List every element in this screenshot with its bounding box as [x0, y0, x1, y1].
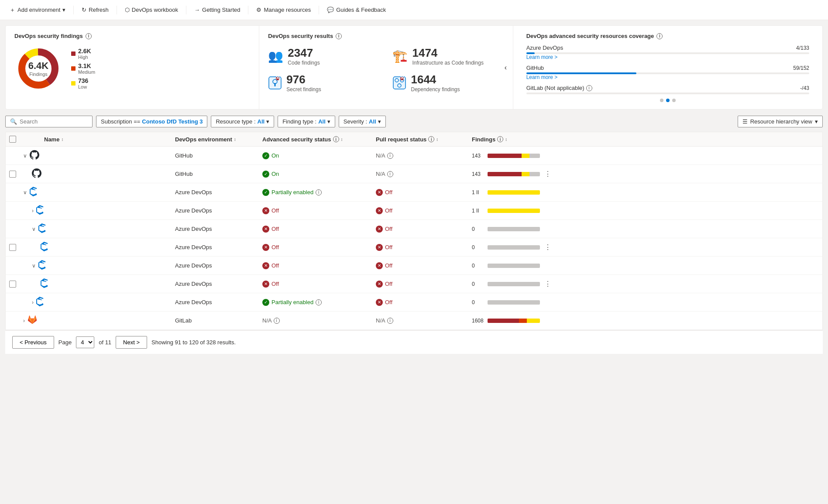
off-status-icon: ✕ — [262, 226, 269, 233]
pr-off-icon: ✕ — [376, 262, 383, 269]
td-pr: ✕Off — [372, 226, 468, 233]
bar-gray — [488, 264, 540, 268]
row-icon — [32, 168, 41, 179]
pr-off-icon: ✕ — [376, 207, 383, 214]
refresh-button[interactable]: ↻ Refresh — [77, 4, 113, 16]
guides-feedback-button[interactable]: 💬 Guides & Feedback — [323, 4, 390, 16]
search-box[interactable]: 🔍 — [5, 116, 93, 127]
finding-type-filter[interactable]: Finding type : All ▾ — [278, 116, 335, 127]
manage-resources-button[interactable]: ⚙ Manage resources — [252, 4, 315, 16]
select-all-checkbox[interactable] — [9, 136, 16, 143]
row-checkbox[interactable] — [9, 244, 16, 251]
severity-filter[interactable]: Severity : All ▾ — [339, 116, 386, 127]
coverage-card: ‹ DevOps advanced security resources cov… — [513, 26, 822, 109]
security-sort-icon[interactable]: ↕ — [341, 137, 343, 142]
donut-legend: 2.6K High 3.1K Medium — [71, 48, 95, 89]
previous-button[interactable]: < Previous — [12, 336, 54, 349]
collapse-button[interactable]: ∨ — [32, 225, 36, 233]
gitlab-info-icon[interactable]: i — [586, 85, 592, 91]
legend-medium-dot — [71, 66, 76, 71]
td-expand: › — [23, 315, 41, 326]
security-col-info[interactable]: i — [333, 136, 339, 142]
secret-findings-item: ✕ 976 Secret findings — [268, 73, 379, 93]
findings-bar — [488, 319, 540, 323]
toolbar-divider — [73, 6, 74, 14]
subscription-filter[interactable]: Subscription == Contoso DfD Testing 3 — [96, 116, 207, 127]
hierarchy-view-button[interactable]: ☰ Resource hierarchy view ▾ — [738, 116, 823, 127]
github-learn-more[interactable]: Learn more > — [526, 74, 809, 80]
findings-sort-icon[interactable]: ↕ — [505, 137, 507, 142]
next-button[interactable]: Next > — [116, 336, 147, 349]
td-expand: ∨ — [23, 260, 41, 271]
td-findings: 0 — [468, 263, 564, 269]
dep-findings-item: ✕ 1644 Dependency findings — [392, 73, 504, 93]
row-menu-button[interactable]: ⋮ — [543, 243, 553, 251]
table-row: ∨ GitHub ✓On N/Ai 143 — [6, 147, 822, 165]
name-sort-icon[interactable]: ↕ — [61, 137, 63, 142]
collapse-button[interactable]: ∨ — [23, 151, 27, 160]
results-info-icon[interactable]: i — [336, 33, 342, 39]
td-pr: N/Ai — [372, 152, 468, 159]
findings-col-info[interactable]: i — [497, 136, 503, 142]
devops-sort-icon[interactable]: ↕ — [234, 137, 236, 142]
na-info-icon[interactable]: i — [274, 318, 280, 324]
td-devops: Azure DevOps — [172, 207, 259, 214]
row-icon — [27, 315, 37, 326]
td-pr: ✕Off — [372, 299, 468, 306]
coverage-info-icon[interactable]: i — [656, 33, 663, 39]
iac-findings-item: 🏗️ 1474 Infrastructure as Code findings — [392, 46, 504, 66]
pr-col-info[interactable]: i — [428, 136, 434, 142]
pr-sort-icon[interactable]: ↕ — [436, 137, 438, 142]
td-expand: ∨ — [23, 187, 41, 198]
azure-devops-learn-more[interactable]: Learn more > — [526, 54, 809, 60]
td-pr: N/Ai — [372, 317, 468, 324]
pr-na-icon[interactable]: i — [387, 318, 393, 324]
expand-button[interactable]: › — [32, 206, 34, 215]
findings-bar — [488, 154, 540, 158]
search-input[interactable] — [20, 118, 88, 125]
gitlab-coverage-row: GitLab (Not applicable) i -/43 — [526, 85, 809, 91]
row-menu-button[interactable]: ⋮ — [543, 280, 553, 288]
pr-na-icon[interactable]: i — [387, 171, 393, 177]
collapse-button[interactable]: ∨ — [23, 188, 27, 197]
bar-yellow — [488, 209, 540, 213]
github-coverage: GitHub 59/152 Learn more > — [526, 65, 809, 80]
resource-type-filter[interactable]: Resource type : All ▾ — [211, 116, 274, 127]
row-checkbox[interactable] — [9, 281, 16, 288]
bar-red — [488, 172, 522, 176]
expand-button[interactable]: › — [23, 316, 25, 325]
partial-info-icon[interactable]: i — [316, 299, 322, 305]
td-pr: ✕Off — [372, 262, 468, 269]
td-security: ✕Off — [259, 244, 372, 251]
main-content: DevOps security findings i — [0, 20, 828, 359]
bar-gray — [529, 172, 540, 176]
partial-info-icon[interactable]: i — [316, 189, 322, 195]
getting-started-button[interactable]: → Getting Started — [190, 4, 244, 16]
row-checkbox[interactable] — [9, 171, 16, 178]
row-icon — [36, 297, 46, 308]
page-select[interactable]: 4 — [76, 336, 94, 348]
expand-button[interactable]: › — [32, 298, 34, 307]
pr-off-icon: ✕ — [376, 281, 383, 288]
legend-low-dot — [71, 81, 76, 86]
on-status-icon: ✓ — [262, 171, 269, 178]
td-devops: Azure DevOps — [172, 244, 259, 250]
table-row: GitHub ✓On N/Ai 143 ⋮ — [6, 165, 822, 183]
gitlab-coverage: GitLab (Not applicable) i -/43 — [526, 85, 809, 94]
findings-info-icon[interactable]: i — [86, 33, 92, 39]
pr-na-icon[interactable]: i — [387, 153, 393, 159]
severity-chevron: ▾ — [378, 118, 381, 125]
coverage-prev-button[interactable]: ‹ — [505, 64, 507, 72]
add-environment-button[interactable]: ＋ Add environment ▾ — [5, 3, 70, 17]
table-container: Name ↕ DevOps environment ↕ Advanced sec… — [5, 132, 823, 330]
row-menu-button[interactable]: ⋮ — [543, 170, 553, 178]
devops-workbook-button[interactable]: ⬡ DevOps workbook — [120, 4, 182, 16]
github-coverage-row: GitHub 59/152 — [526, 65, 809, 71]
collapse-button[interactable]: ∨ — [32, 261, 36, 270]
donut-section: 6.4K Findings 2.6K High — [14, 45, 250, 93]
table-row: ∨ Azure DevOps ✕Off ✕Off 0 — [6, 220, 822, 238]
row-icon — [41, 242, 50, 253]
td-pr: ✕Off — [372, 281, 468, 288]
row-icon — [41, 278, 50, 289]
dot-1 — [660, 99, 663, 102]
